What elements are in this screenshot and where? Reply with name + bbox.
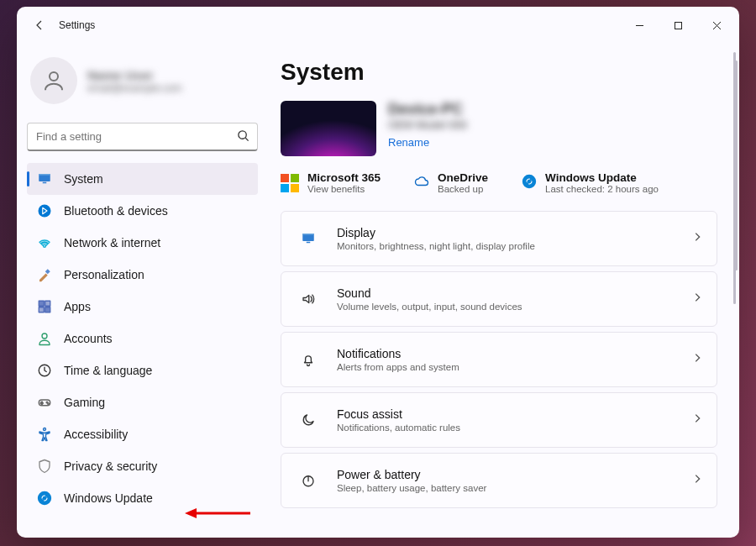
bluetooth-icon bbox=[37, 203, 52, 218]
sidebar-item-privacy[interactable]: Privacy & security bbox=[27, 450, 258, 482]
bell-icon bbox=[297, 352, 320, 367]
status-row: Microsoft 365View benefitsOneDriveBacked… bbox=[281, 171, 717, 194]
svg-rect-9 bbox=[39, 307, 44, 312]
nav-list: SystemBluetooth & devicesNetwork & inter… bbox=[27, 163, 258, 514]
minimize-button[interactable] bbox=[620, 12, 659, 39]
clock-icon bbox=[37, 363, 52, 378]
card-display[interactable]: DisplayMonitors, brightness, night light… bbox=[281, 211, 717, 266]
cloud-icon bbox=[414, 174, 429, 192]
card-subtitle: Volume levels, output, input, sound devi… bbox=[337, 302, 522, 312]
apps-icon bbox=[37, 299, 52, 314]
status-sub: Last checked: 2 hours ago bbox=[545, 184, 659, 194]
sidebar-item-bluetooth[interactable]: Bluetooth & devices bbox=[27, 195, 258, 227]
status-label: OneDrive bbox=[438, 171, 488, 184]
power-icon bbox=[297, 473, 320, 488]
sidebar-item-label: Bluetooth & devices bbox=[64, 204, 168, 218]
settings-window: Settings Name User email@example.com bbox=[17, 7, 739, 538]
accessibility-icon bbox=[37, 427, 52, 442]
chevron-right-icon bbox=[691, 352, 703, 367]
svg-point-1 bbox=[50, 72, 58, 81]
device-name: Device-PC bbox=[388, 101, 467, 118]
svg-rect-0 bbox=[675, 22, 681, 29]
status-m365[interactable]: Microsoft 365View benefits bbox=[281, 171, 381, 194]
card-sound[interactable]: SoundVolume levels, output, input, sound… bbox=[281, 271, 717, 327]
svg-point-11 bbox=[42, 333, 47, 339]
moon-icon bbox=[297, 412, 320, 428]
rename-link[interactable]: Rename bbox=[388, 136, 429, 149]
sidebar: Name User email@example.com SystemBlueto… bbox=[17, 44, 269, 538]
svg-rect-5 bbox=[43, 182, 47, 184]
sidebar-item-time[interactable]: Time & language bbox=[27, 354, 258, 386]
card-power[interactable]: Power & batterySleep, battery usage, bat… bbox=[281, 453, 717, 508]
svg-rect-15 bbox=[40, 402, 43, 403]
svg-point-18 bbox=[44, 428, 46, 431]
chevron-right-icon bbox=[691, 231, 703, 246]
account-header[interactable]: Name User email@example.com bbox=[27, 50, 258, 118]
maximize-button[interactable] bbox=[659, 12, 697, 39]
close-button[interactable] bbox=[697, 12, 736, 39]
chevron-right-icon bbox=[691, 291, 703, 307]
card-notifications[interactable]: NotificationsAlerts from apps and system bbox=[281, 332, 717, 387]
sidebar-item-label: Windows Update bbox=[64, 491, 153, 505]
sidebar-item-windowsupdate[interactable]: Windows Update bbox=[27, 482, 258, 514]
svg-rect-10 bbox=[45, 307, 50, 312]
sidebar-item-system[interactable]: System bbox=[27, 163, 258, 195]
card-focus[interactable]: Focus assistNotifications, automatic rul… bbox=[281, 392, 717, 448]
main-panel: System Device-PC OEM Model 000 Rename Mi… bbox=[269, 44, 739, 538]
account-name: Name User bbox=[87, 68, 181, 82]
main-scrollbar[interactable] bbox=[733, 52, 736, 304]
microsoft-365-icon bbox=[281, 174, 299, 192]
status-sub: Backed up bbox=[438, 184, 488, 194]
sidebar-item-network[interactable]: Network & internet bbox=[27, 227, 258, 259]
status-onedrive[interactable]: OneDriveBacked up bbox=[414, 171, 488, 194]
chevron-right-icon bbox=[691, 473, 703, 488]
svg-point-20 bbox=[523, 175, 536, 187]
sidebar-item-label: Accounts bbox=[64, 332, 113, 345]
chevron-right-icon bbox=[691, 412, 703, 428]
search-input[interactable] bbox=[27, 123, 258, 151]
card-title: Sound bbox=[337, 286, 522, 300]
wifi-icon bbox=[37, 235, 52, 250]
svg-rect-8 bbox=[45, 301, 50, 306]
person-icon bbox=[37, 331, 52, 346]
status-winupdate[interactable]: Windows UpdateLast checked: 2 hours ago bbox=[522, 171, 659, 194]
status-sub: View benefits bbox=[307, 184, 381, 194]
status-label: Windows Update bbox=[545, 171, 659, 184]
monitor-icon bbox=[297, 231, 320, 246]
svg-point-2 bbox=[239, 131, 246, 139]
search-box bbox=[27, 123, 258, 151]
sidebar-item-gaming[interactable]: Gaming bbox=[27, 386, 258, 418]
card-subtitle: Sleep, battery usage, battery saver bbox=[337, 483, 486, 493]
page-title: System bbox=[281, 59, 717, 86]
update-icon bbox=[37, 491, 52, 506]
sidebar-item-accounts[interactable]: Accounts bbox=[27, 323, 258, 354]
sidebar-item-accessibility[interactable]: Accessibility bbox=[27, 418, 258, 450]
device-header: Device-PC OEM Model 000 Rename bbox=[281, 101, 717, 156]
monitor-icon bbox=[37, 171, 52, 186]
desktop-thumbnail[interactable] bbox=[281, 101, 376, 156]
sidebar-item-label: System bbox=[64, 172, 103, 186]
sidebar-item-label: Personalization bbox=[64, 268, 144, 281]
sidebar-item-apps[interactable]: Apps bbox=[27, 291, 258, 323]
card-subtitle: Notifications, automatic rules bbox=[337, 423, 460, 433]
sidebar-item-label: Apps bbox=[64, 300, 91, 313]
svg-rect-23 bbox=[307, 242, 311, 244]
card-subtitle: Monitors, brightness, night light, displ… bbox=[337, 241, 535, 251]
card-title: Notifications bbox=[337, 347, 459, 360]
sidebar-item-label: Accessibility bbox=[64, 428, 128, 441]
avatar bbox=[30, 57, 77, 104]
card-subtitle: Alerts from apps and system bbox=[337, 362, 459, 372]
brush-icon bbox=[37, 267, 52, 282]
sound-icon bbox=[297, 291, 320, 307]
svg-rect-7 bbox=[39, 301, 44, 306]
back-button[interactable] bbox=[25, 11, 54, 39]
gamepad-icon bbox=[37, 395, 52, 410]
sidebar-item-personalization[interactable]: Personalization bbox=[27, 259, 258, 291]
window-title: Settings bbox=[59, 19, 95, 31]
sidebar-item-label: Time & language bbox=[64, 364, 152, 377]
account-email: email@example.com bbox=[87, 82, 181, 94]
svg-point-17 bbox=[48, 403, 50, 405]
sidebar-item-label: Network & internet bbox=[64, 236, 160, 249]
card-title: Display bbox=[337, 226, 535, 239]
device-model: OEM Model 000 bbox=[388, 118, 467, 131]
